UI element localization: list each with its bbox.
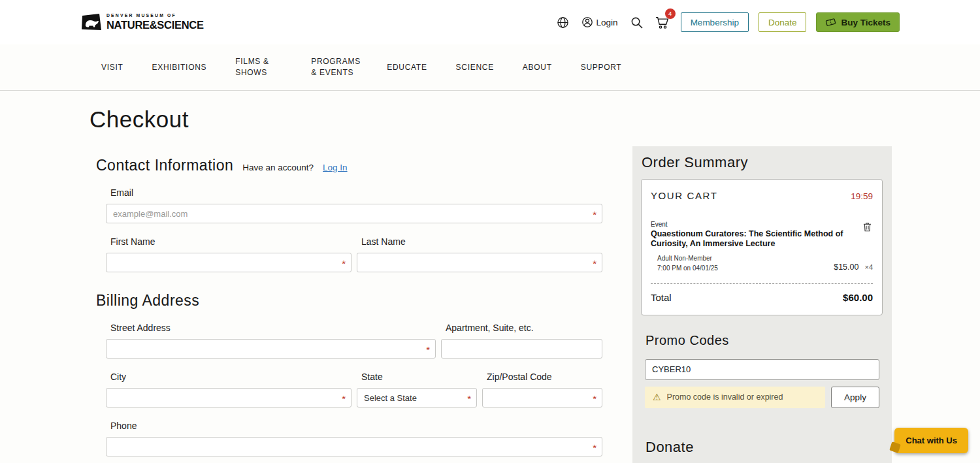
language-globe-button[interactable] [555, 15, 570, 30]
ticket-icon [825, 17, 836, 27]
nav-item-films-shows[interactable]: FILMS & SHOWS [235, 56, 282, 78]
buy-tickets-label: Buy Tickets [841, 18, 890, 27]
login-button[interactable]: Login [580, 15, 619, 29]
billing-heading: Billing Address [96, 292, 199, 310]
account-prompt: Have an account? [242, 163, 314, 172]
search-button[interactable] [629, 15, 644, 30]
apartment-field [441, 339, 602, 359]
nav-item-support[interactable]: SUPPORT [581, 62, 622, 73]
cart-item: Event Quaestionum Curatores: The Scienti… [651, 221, 873, 273]
order-summary-panel: Order Summary YOUR CART 19:59 Event Quae… [632, 146, 892, 463]
email-input[interactable] [106, 204, 602, 223]
cart-total-row: Total $60.00 [651, 292, 873, 303]
buy-tickets-button[interactable]: Buy Tickets [816, 12, 900, 32]
cart-item-meta: Adult Non-Member 7:00 PM on 04/01/25 [657, 253, 718, 273]
cart-item-name: Quaestionum Curatores: The Scientific Me… [651, 229, 847, 249]
promo-error-text: Promo code is invalid or expired [667, 392, 783, 402]
email-label: Email [106, 187, 602, 198]
first-name-label: First Name [106, 236, 351, 247]
mammoth-logo-icon [82, 14, 101, 30]
ticket-type: Adult Non-Member [657, 253, 718, 263]
top-bar: DENVER MUSEUM OF NATURE&SCIENCE [0, 0, 980, 44]
phone-label: Phone [106, 421, 602, 431]
contact-fields: Email * First Name * Last Name [106, 174, 602, 272]
promo-error-banner: ⚠ Promo code is invalid or expired [645, 387, 825, 408]
zip-input[interactable] [482, 388, 602, 407]
city-label: City [106, 372, 351, 382]
total-label: Total [651, 292, 672, 303]
last-name-field: * [357, 253, 602, 272]
main-nav: VISIT EXHIBITIONS FILMS & SHOWS PROGRAMS… [0, 44, 980, 91]
email-field: * [106, 204, 602, 223]
cart-button[interactable]: 4 [654, 14, 671, 31]
header-actions: Login 4 Membership Dona [555, 0, 900, 44]
logo-line-bottom: NATURE&SCIENCE [106, 20, 204, 31]
cart-item-detail: Adult Non-Member 7:00 PM on 04/01/25 $15… [651, 253, 873, 273]
cart-card-header: YOUR CART 19:59 [651, 190, 873, 201]
item-quantity: ×4 [864, 263, 873, 271]
nav-item-programs-events[interactable]: PROGRAMS & EVENTS [311, 56, 358, 78]
first-name-input[interactable] [106, 253, 351, 272]
checkout-page: DENVER MUSEUM OF NATURE&SCIENCE [0, 0, 980, 463]
apartment-label: Apartment, Suite, etc. [441, 323, 602, 333]
nav-item-science[interactable]: SCIENCE [456, 62, 494, 73]
nav-item-visit[interactable]: VISIT [101, 62, 123, 73]
nav-item-educate[interactable]: EDUCATE [387, 62, 427, 73]
first-name-field: * [106, 253, 351, 272]
page-title: Checkout [90, 106, 980, 133]
remove-item-button[interactable] [862, 221, 873, 233]
cart-badge: 4 [665, 8, 676, 19]
promo-input-wrap [645, 359, 879, 380]
order-summary-heading: Order Summary [641, 154, 883, 171]
log-in-link[interactable]: Log In [323, 163, 348, 172]
state-select[interactable]: Select a State [357, 388, 477, 407]
last-name-input[interactable] [357, 253, 602, 272]
logo-line-top: DENVER MUSEUM OF [106, 14, 204, 18]
phone-field: * [106, 437, 602, 456]
nav-item-about[interactable]: ABOUT [523, 62, 552, 73]
billing-fields: Street Address * Apartment, Suite, etc. … [106, 310, 602, 456]
total-value: $60.00 [843, 292, 873, 303]
warning-icon: ⚠ [653, 392, 661, 402]
street-address-field: * [106, 339, 436, 359]
phone-input[interactable] [106, 437, 602, 456]
login-label: Login [596, 18, 618, 27]
state-field: Select a State * [357, 388, 477, 407]
donate-button[interactable]: Donate [759, 12, 807, 32]
membership-button[interactable]: Membership [681, 12, 749, 32]
cart-divider [651, 283, 873, 284]
promo-code-input[interactable] [645, 359, 879, 380]
nav-item-exhibitions[interactable]: EXHIBITIONS [152, 62, 207, 73]
logo-text: DENVER MUSEUM OF NATURE&SCIENCE [106, 14, 204, 30]
zip-label: Zip/Postal Code [482, 372, 602, 382]
event-datetime: 7:00 PM on 04/01/25 [657, 263, 718, 273]
cart-card: YOUR CART 19:59 Event Quaestionum Curato… [641, 179, 883, 315]
museum-logo[interactable]: DENVER MUSEUM OF NATURE&SCIENCE [82, 14, 204, 30]
cart-item-pricing: $15.00 ×4 [834, 263, 873, 273]
user-icon [581, 16, 593, 28]
last-name-label: Last Name [357, 236, 602, 247]
donate-section-heading: Donate [645, 439, 883, 456]
trash-icon [863, 222, 872, 232]
promo-row: ⚠ Promo code is invalid or expired Apply [645, 387, 879, 408]
state-select-value: Select a State [364, 393, 417, 403]
cart-title: YOUR CART [651, 190, 717, 201]
search-icon [630, 16, 643, 29]
street-address-input[interactable] [106, 339, 436, 359]
chat-with-us-button[interactable]: Chat with Us [894, 428, 968, 453]
street-address-label: Street Address [106, 323, 436, 333]
city-input[interactable] [106, 388, 351, 407]
zip-field: * [482, 388, 602, 407]
cart-countdown-timer: 19:59 [851, 191, 873, 201]
cart-item-type: Event [651, 221, 873, 228]
apply-promo-button[interactable]: Apply [831, 387, 879, 408]
contact-heading: Contact Information [96, 157, 233, 174]
state-label: State [357, 372, 477, 382]
city-field: * [106, 388, 351, 407]
item-price: $15.00 [834, 263, 858, 272]
promo-codes-heading: Promo Codes [645, 333, 883, 348]
apartment-input[interactable] [441, 339, 602, 359]
globe-icon [557, 16, 569, 29]
